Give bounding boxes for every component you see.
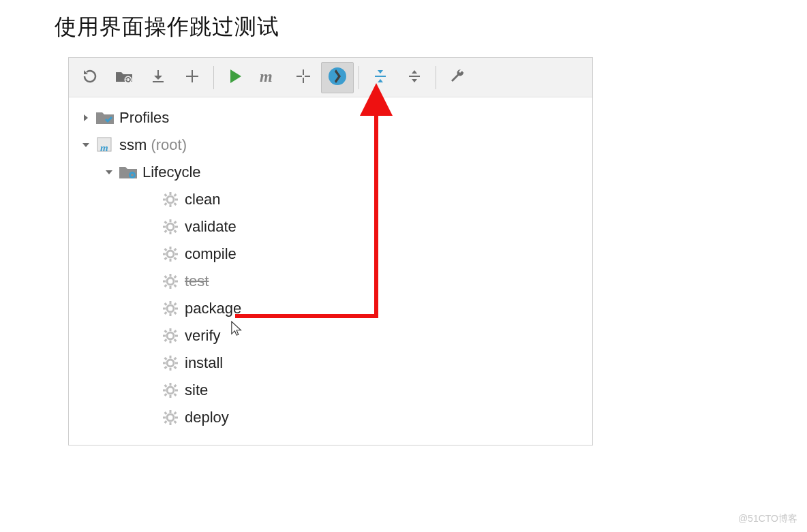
svg-point-61 (167, 360, 174, 366)
svg-rect-83 (175, 417, 178, 419)
svg-rect-28 (163, 253, 166, 255)
svg-rect-85 (174, 411, 177, 415)
svg-rect-64 (163, 362, 166, 364)
run-button[interactable] (219, 62, 252, 93)
tree-label: ssm (119, 136, 147, 153)
svg-rect-58 (174, 330, 177, 333)
svg-rect-74 (175, 390, 178, 392)
svg-text:m: m (100, 142, 108, 153)
svg-rect-15 (174, 202, 177, 206)
svg-rect-80 (170, 410, 172, 413)
maven-tree: Profiles m ssm (root) Lifecycle (69, 97, 592, 445)
lifecycle-phase-clean[interactable]: clean (72, 186, 590, 213)
skip-tests-button[interactable] (321, 62, 354, 93)
lifecycle-phase-validate[interactable]: validate (72, 213, 590, 240)
folder-checked-icon (95, 108, 115, 128)
lifecycle-phase-verify[interactable]: verify (72, 322, 590, 349)
collapse-all-button[interactable] (398, 62, 431, 93)
execute-goal-button[interactable] (287, 62, 320, 93)
download-sources-button[interactable] (142, 62, 174, 93)
svg-rect-78 (174, 393, 177, 396)
show-dependencies-button[interactable] (364, 62, 397, 93)
gear-icon (160, 189, 181, 210)
phase-label: validate (185, 218, 237, 236)
svg-rect-21 (164, 221, 168, 224)
lifecycle-phase-test[interactable]: test (72, 268, 590, 295)
execute-goal-icon (295, 68, 311, 87)
expand-icon (406, 68, 423, 87)
phase-label: site (185, 381, 208, 399)
svg-rect-11 (175, 199, 178, 201)
svg-rect-75 (164, 384, 168, 388)
svg-rect-10 (163, 199, 166, 201)
svg-rect-26 (170, 247, 172, 249)
tree-label: Lifecycle (142, 163, 201, 181)
lifecycle-phase-package[interactable]: package (72, 295, 590, 322)
svg-rect-71 (170, 383, 172, 386)
add-project-button[interactable] (176, 62, 209, 93)
svg-rect-24 (174, 230, 177, 233)
svg-rect-55 (163, 335, 166, 337)
svg-point-34 (167, 278, 174, 285)
svg-rect-29 (175, 253, 178, 255)
lifecycle-phase-install[interactable]: install (72, 349, 590, 377)
phase-label: deploy (185, 409, 229, 426)
svg-rect-45 (170, 313, 172, 316)
gear-icon (160, 271, 181, 292)
lifecycle-phase-site[interactable]: site (72, 377, 590, 404)
toolbar-separator (359, 66, 359, 89)
phase-label: test (185, 272, 209, 290)
svg-rect-68 (164, 366, 168, 369)
svg-rect-56 (175, 335, 178, 337)
chevron-down-icon (100, 168, 118, 177)
svg-rect-66 (164, 357, 168, 360)
svg-rect-67 (174, 357, 177, 360)
svg-rect-35 (170, 274, 172, 277)
svg-rect-72 (170, 395, 172, 398)
svg-rect-32 (164, 257, 168, 260)
svg-text:m: m (260, 68, 273, 84)
svg-rect-51 (174, 311, 177, 315)
watermark: @51CTO博客 (738, 513, 797, 525)
svg-rect-53 (170, 328, 172, 331)
svg-rect-41 (164, 284, 168, 287)
toolbar-separator (213, 66, 214, 89)
tree-label-suffix: (root) (151, 136, 187, 153)
phase-label: install (185, 354, 223, 372)
chevron-down-icon (77, 140, 95, 150)
svg-rect-22 (174, 221, 177, 224)
svg-rect-14 (164, 202, 168, 206)
svg-point-79 (167, 414, 174, 421)
maven-settings-button[interactable]: m (253, 62, 286, 93)
svg-point-16 (167, 223, 174, 230)
svg-rect-19 (163, 226, 166, 228)
tree-node-profiles[interactable]: Profiles (72, 104, 590, 131)
phase-label: compile (185, 245, 237, 263)
svg-rect-20 (175, 226, 178, 228)
svg-rect-59 (164, 339, 168, 342)
svg-point-25 (167, 251, 174, 257)
reimport-button[interactable] (108, 62, 140, 93)
svg-rect-86 (164, 420, 168, 424)
svg-rect-76 (174, 384, 177, 388)
svg-rect-36 (170, 286, 172, 289)
svg-rect-63 (170, 368, 172, 371)
svg-rect-50 (164, 311, 168, 315)
gear-icon (160, 380, 181, 401)
tree-node-root[interactable]: m ssm (root) (72, 131, 590, 159)
svg-rect-13 (174, 193, 177, 197)
svg-rect-31 (174, 248, 177, 251)
lifecycle-phase-compile[interactable]: compile (72, 240, 590, 268)
svg-rect-17 (170, 219, 172, 222)
tree-node-lifecycle[interactable]: Lifecycle (72, 159, 590, 186)
svg-rect-40 (174, 275, 177, 279)
svg-rect-73 (163, 390, 166, 392)
skip-tests-icon (327, 66, 348, 89)
svg-rect-39 (164, 275, 168, 279)
lifecycle-phase-deploy[interactable]: deploy (72, 404, 590, 431)
settings-button[interactable] (441, 62, 474, 93)
maven-m-icon: m (259, 68, 279, 87)
reload-button[interactable] (74, 62, 106, 93)
svg-rect-69 (174, 366, 177, 369)
svg-rect-65 (175, 362, 178, 364)
